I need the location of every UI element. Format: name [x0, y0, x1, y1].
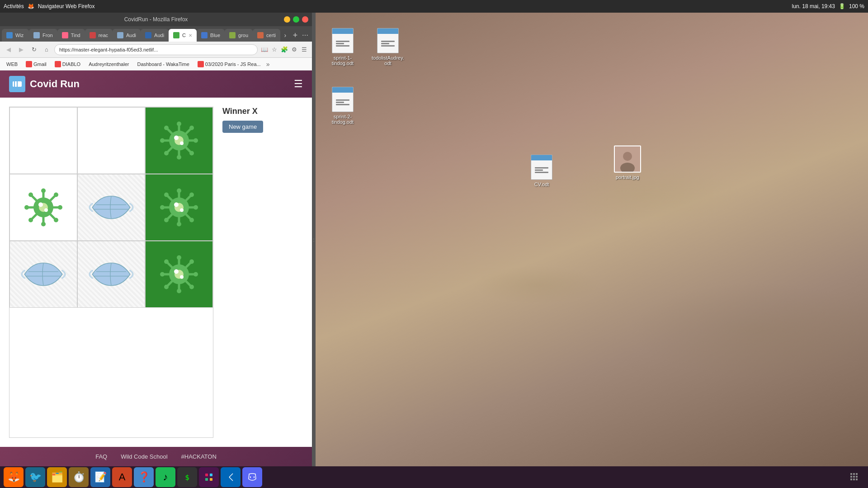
tab-audi1[interactable]: Audi [113, 29, 141, 42]
home-button[interactable]: ⌂ [42, 45, 52, 55]
tab-favicon-grou [229, 32, 236, 38]
desktop-background: sprint-1-tindog.odt todolistAudrey.odt [316, 13, 868, 466]
tab-close-covidrun[interactable]: ✕ [189, 33, 192, 38]
address-input[interactable] [54, 44, 258, 55]
bookmark-gmail[interactable]: Gmail [23, 60, 49, 68]
desktop-icon-img-todolist [377, 28, 399, 53]
desktop-icon-todolist[interactable]: todolistAudrey.odt [370, 26, 406, 68]
board-cell-2-1[interactable] [77, 241, 145, 308]
bookmarks-overflow[interactable]: » [266, 61, 270, 68]
desktop-icon-portrait[interactable]: portrait.jpg [609, 144, 646, 182]
reload-button[interactable]: ↻ [29, 45, 39, 55]
desktop-area: sprint-1-tindog.odt todolistAudrey.odt [316, 13, 868, 466]
icon-body-sprint2 [332, 93, 353, 112]
taskbar-spotify[interactable]: ♪ [156, 467, 175, 487]
footer-wildcodeschool[interactable]: Wild Code School [121, 453, 167, 460]
desktop-icon-cv[interactable]: CV.odt [524, 153, 560, 189]
menu-icon[interactable]: ☰ [300, 46, 308, 54]
tab-tind[interactable]: Tind [57, 29, 85, 42]
icon-header-sprint2 [332, 87, 353, 93]
board-cell-2-2[interactable] [145, 241, 213, 308]
desktop-icon-img-cv [531, 155, 552, 180]
tab-add-button[interactable]: + [290, 29, 300, 42]
taskbar-vscode[interactable] [221, 467, 241, 487]
maximize-button[interactable] [293, 16, 299, 23]
bookmark-paris[interactable]: 03/2020 Paris - JS Rea... [195, 60, 264, 68]
tab-certi[interactable]: certi [253, 29, 280, 42]
settings-icon[interactable]: ⚙ [290, 46, 298, 54]
taskbar-writer[interactable]: 📝 [90, 467, 110, 487]
portrait-svg [615, 146, 640, 172]
main-area: CovidRun - Mozilla Firefox Wiz Fron Tind [0, 13, 868, 466]
board-cell-1-1[interactable] [77, 174, 145, 241]
icon-lines-sprint1 [336, 40, 349, 47]
tab-react[interactable]: reac [85, 29, 113, 42]
svg-point-14 [193, 138, 198, 143]
taskbar-slack[interactable] [199, 467, 219, 487]
tab-covidrun[interactable]: C ✕ [169, 29, 197, 42]
board-cell-2-0[interactable] [9, 241, 77, 308]
board-cell-0-2[interactable] [145, 107, 213, 174]
tab-favicon-wiz [6, 32, 13, 38]
browser-tabs: Wiz Fron Tind reac Audi Audi [0, 26, 312, 42]
logo-icon [9, 76, 25, 92]
taskbar-discord[interactable] [242, 467, 262, 487]
desktop-icon-sprint2[interactable]: sprint-2-tindog.odt [325, 85, 361, 127]
svg-point-48 [180, 208, 184, 212]
bookmark-icon[interactable]: ☆ [270, 46, 278, 54]
close-button[interactable] [302, 16, 308, 23]
taskbar-appstore[interactable]: A [112, 467, 132, 487]
virus-icon-1-2 [156, 185, 202, 230]
board-cell-0-0[interactable] [9, 107, 77, 174]
new-game-button[interactable]: New game [222, 121, 263, 133]
footer-hackaton[interactable]: #HACKATON [181, 453, 217, 460]
tab-blue[interactable]: Blue [197, 29, 225, 42]
taskbar-help[interactable]: ❓ [134, 467, 154, 487]
tab-fron[interactable]: Fron [29, 29, 57, 42]
taskbar-firefox[interactable]: 🦊 [4, 467, 24, 487]
board-cell-1-0[interactable] [9, 174, 77, 241]
bookmark-diablo-icon [55, 61, 61, 67]
taskbar-files[interactable]: 🗂️ [47, 467, 67, 487]
desktop-icon-sprint1[interactable]: sprint-1-tindog.odt [325, 26, 361, 68]
icon-lines-todolist [381, 40, 395, 47]
tab-overflow-button[interactable]: › [280, 29, 290, 42]
desktop-icon-label-todolist: todolistAudrey.odt [372, 55, 404, 66]
icon-header-todolist [377, 28, 398, 34]
desktop-icon-label-sprint2: sprint-2-tindog.odt [326, 114, 359, 125]
bookmark-web[interactable]: WEB [4, 61, 20, 68]
bookmark-wakatime[interactable]: Dashboard - WakaTime [134, 61, 192, 68]
tab-grou[interactable]: grou [225, 29, 253, 42]
svg-point-10 [177, 155, 181, 160]
taskbar-timeshift[interactable]: ⏱️ [69, 467, 89, 487]
board-cell-1-2[interactable] [145, 174, 213, 241]
browser-titlebar-controls [284, 16, 308, 23]
reader-view-icon[interactable]: 📖 [260, 46, 269, 54]
tab-menu-button[interactable]: ⋯ [300, 29, 310, 42]
icon-line-c1 [535, 167, 548, 169]
tab-audi2[interactable]: Audi [141, 29, 169, 42]
minimize-button[interactable] [284, 16, 290, 23]
bookmark-web-label: WEB [6, 61, 18, 67]
battery-label: 100 % [849, 3, 864, 9]
browser-name-label[interactable]: Navigateur Web Firefox [38, 3, 95, 9]
board-cell-0-1[interactable] [77, 107, 145, 174]
activities-label[interactable]: Activités [4, 3, 24, 9]
svg-rect-106 [850, 479, 852, 480]
tab-wiz[interactable]: Wiz [2, 29, 29, 42]
forward-button[interactable]: ▶ [16, 45, 26, 55]
bookmark-audrey[interactable]: Audreyritzenthaler [86, 61, 132, 68]
browser-splitter[interactable]: ⋮ [312, 13, 316, 466]
tab-label-audi1: Audi [126, 33, 136, 38]
footer-faq[interactable]: FAQ [95, 453, 107, 460]
icon-header-sprint1 [332, 28, 353, 34]
taskbar-grid-button[interactable] [844, 467, 864, 487]
extensions-icon[interactable]: 🧩 [280, 46, 288, 54]
hamburger-menu[interactable]: ☰ [294, 78, 303, 90]
back-button[interactable]: ◀ [4, 45, 14, 55]
taskbar-thunderbird[interactable]: 🐦 [25, 467, 45, 487]
svg-point-32 [24, 205, 29, 210]
taskbar-terminal[interactable]: $ [177, 467, 197, 487]
bookmark-diablo[interactable]: DIABLO [52, 60, 83, 68]
svg-point-50 [177, 188, 181, 193]
